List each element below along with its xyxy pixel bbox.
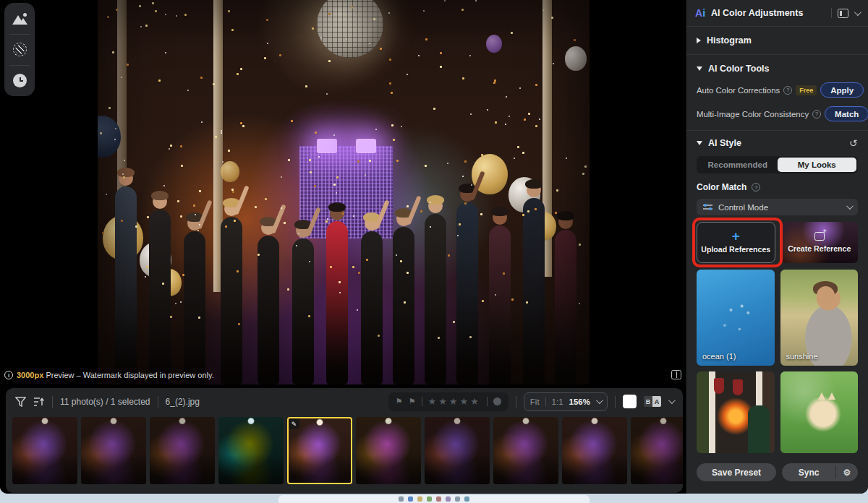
before-after-toggle[interactable]: B A (644, 396, 661, 407)
help-icon[interactable]: ? (752, 183, 760, 192)
reset-icon[interactable]: ↻ (849, 138, 858, 148)
style-tabs: Recommended My Looks (697, 156, 858, 173)
help-icon[interactable]: ? (812, 110, 821, 119)
gear-icon[interactable]: ⚙ (836, 463, 858, 481)
photo-vignette (98, 0, 590, 384)
thumbnail[interactable] (562, 417, 627, 484)
before-label: B (644, 396, 652, 407)
grain-texture-icon (13, 43, 27, 56)
ai-color-tools-section: AI Color Tools Auto Color Corrections ? … (686, 55, 868, 131)
apply-button[interactable]: Apply (820, 82, 864, 98)
ai-style-section: AI Style ↻ Recommended My Looks Color Ma… (686, 131, 868, 494)
compare-swatch-button[interactable] (623, 395, 637, 408)
thumbnail[interactable] (425, 417, 490, 484)
create-reference-label: Create Reference (788, 244, 851, 253)
look-thumbnail-sun[interactable]: sunshine (780, 270, 859, 366)
ai-style-header[interactable]: AI Style ↻ (697, 138, 858, 148)
plus-icon: + (732, 231, 740, 241)
expanded-arrow-icon (697, 141, 702, 145)
save-preset-button[interactable]: Save Preset (697, 463, 776, 481)
consistency-label: Multi-Image Color Consistency (697, 110, 809, 119)
filmstrip-panel: 11 photo(s) / 1 selected 6_(2).jpg ⚑ ⚑ ★… (6, 388, 683, 493)
party-photo[interactable] (98, 0, 590, 384)
editor-canvas: i 3000px Preview – Watermark displayed i… (0, 0, 686, 494)
ai-color-tools-label: AI Color Tools (708, 64, 770, 74)
collapsed-arrow-icon (697, 38, 701, 43)
image-enhance-icon (12, 13, 27, 25)
zoom-chevron-icon[interactable] (596, 397, 603, 404)
upload-references-button[interactable]: + Upload References (697, 222, 775, 263)
one-to-one-button[interactable]: 1:1 (552, 397, 563, 406)
current-filename: 6_(2).jpg (166, 397, 200, 407)
auto-color-corrections-row: Auto Color Corrections ? Free Apply (697, 78, 858, 102)
preview-note-text: Preview – Watermark displayed in preview… (46, 371, 213, 379)
color-label-dot[interactable] (493, 397, 501, 405)
tab-my-looks[interactable]: My Looks (778, 158, 857, 172)
split-view-icon[interactable] (671, 370, 681, 379)
sync-label: Sync (782, 463, 835, 481)
left-tool-dock (4, 3, 35, 96)
match-button[interactable]: Match (825, 106, 868, 121)
thumbnail[interactable] (150, 417, 215, 484)
thumbnail[interactable] (631, 417, 683, 484)
ai-color-adjustments-panel: Ai AI Color Adjustments Histogram AI Col… (686, 0, 868, 494)
panel-layout-icon[interactable] (838, 9, 848, 18)
star-rating[interactable]: ★★★★★ (428, 397, 481, 406)
pick-flag-icon[interactable]: ⚑ (396, 397, 403, 405)
sliders-icon (703, 203, 712, 211)
panel-chevron-icon[interactable] (854, 9, 861, 16)
info-icon: i (4, 371, 13, 379)
look-thumbnail-fire[interactable] (697, 371, 775, 453)
preview-size: 3000px (17, 371, 43, 379)
look-label: sunshine (786, 352, 818, 361)
control-mode-dropdown[interactable]: Control Mode (697, 199, 858, 215)
after-label: A (652, 396, 661, 407)
thumbnail[interactable] (81, 417, 146, 484)
history-tool-button[interactable] (4, 65, 35, 96)
photo-count: 11 photo(s) / 1 selected (60, 397, 150, 407)
zoom-level[interactable]: 156% (569, 397, 590, 406)
compare-chevron-icon[interactable] (668, 397, 676, 404)
macos-dock[interactable] (278, 495, 590, 503)
help-icon[interactable]: ? (783, 86, 792, 95)
dropdown-chevron-icon (846, 202, 854, 210)
thumbnail[interactable] (218, 417, 284, 484)
copy-add-icon (814, 232, 825, 241)
filmstrip-toolbar: 11 photo(s) / 1 selected 6_(2).jpg ⚑ ⚑ ★… (6, 388, 683, 415)
ai-logo: Ai (695, 7, 705, 19)
fit-button[interactable]: Fit (530, 397, 540, 406)
color-consistency-row: Multi-Image Color Consistency ? Match (697, 102, 858, 126)
tab-recommended[interactable]: Recommended (698, 158, 778, 172)
free-badge: Free (796, 85, 817, 95)
thumbnail-strip: ✎ (6, 415, 683, 484)
ai-style-label: AI Style (708, 138, 741, 148)
look-thumbnail-ocean[interactable]: ocean (1) (697, 270, 775, 366)
reject-flag-icon[interactable]: ⚑ (409, 397, 416, 405)
sync-button[interactable]: Sync ⚙ (782, 463, 858, 481)
create-reference-button[interactable]: Create Reference (781, 222, 859, 263)
saved-looks-grid: ocean (1)sunshine (697, 270, 858, 453)
ai-color-tools-header[interactable]: AI Color Tools (697, 64, 858, 74)
history-clock-icon (13, 74, 27, 87)
thumbnail[interactable] (356, 417, 421, 484)
thumbnail-selected[interactable]: ✎ (287, 417, 352, 484)
thumbnail[interactable] (12, 417, 77, 484)
auto-color-label: Auto Color Corrections (697, 86, 780, 95)
sort-icon[interactable] (33, 397, 45, 407)
panel-title: AI Color Adjustments (711, 8, 825, 18)
control-mode-label: Control Mode (718, 203, 841, 212)
filter-icon[interactable] (15, 397, 26, 407)
ai-enhance-tool-button[interactable] (4, 3, 35, 34)
preset-actions-row: Save Preset Sync ⚙ (697, 463, 858, 490)
preview-watermark-note: i 3000px Preview – Watermark displayed i… (4, 371, 214, 379)
texture-tool-button[interactable] (4, 34, 35, 65)
upload-references-label: Upload References (701, 245, 770, 254)
thumbnail[interactable] (493, 417, 558, 484)
histogram-section-header[interactable]: Histogram (686, 27, 868, 55)
app-window: i 3000px Preview – Watermark displayed i… (0, 0, 868, 494)
look-thumbnail-cat[interactable] (780, 371, 859, 453)
color-match-row: Color Match ? (697, 182, 858, 192)
zoom-controls: Fit 1:1 156% (524, 392, 608, 411)
expanded-arrow-icon (697, 66, 702, 71)
color-match-label: Color Match (697, 182, 746, 192)
